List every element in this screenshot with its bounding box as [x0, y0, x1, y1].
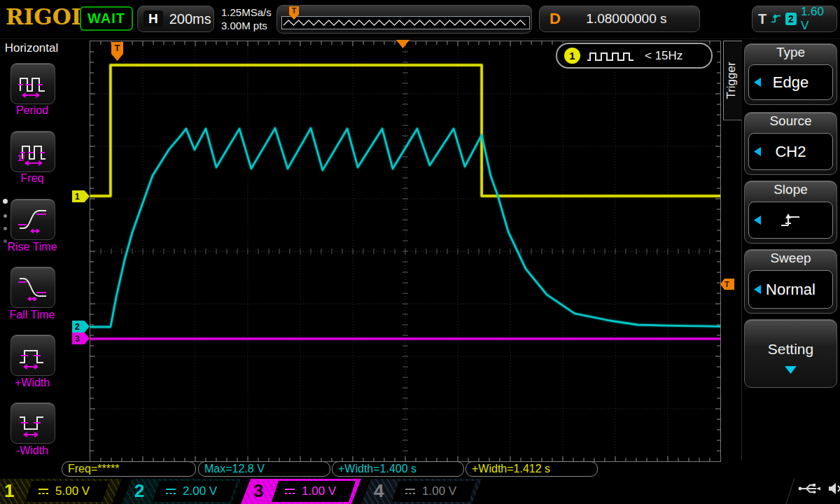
trigger-label: T — [758, 11, 766, 27]
speaker-muted-icon — [827, 482, 840, 496]
trigger-frequency-badge: 1 < 15Hz — [556, 43, 713, 69]
channel3-position-marker[interactable]: 3 — [72, 332, 90, 344]
menu-button-neg-width[interactable] — [10, 402, 55, 444]
status-bar-divider — [785, 478, 795, 504]
menu-button-pos-width[interactable] — [10, 335, 55, 376]
trigger-type-group[interactable]: Type Edge — [744, 43, 837, 105]
trigger-level-marker-icon[interactable]: T — [720, 279, 734, 290]
top-bar: RIGOL WAIT H 200ms 1.25MSa/s 3.00M pts T… — [0, 0, 840, 39]
delay-readout: D 1.08000000 s — [539, 6, 700, 32]
down-arrow-icon — [785, 366, 797, 374]
menu-button-freq-label: Freq — [0, 172, 64, 185]
menu-page-dot — [4, 227, 7, 230]
channel1-position-marker[interactable]: 1 — [72, 190, 90, 202]
waveform-traces — [90, 41, 720, 461]
trigger-level-value: 1.60 V — [801, 5, 831, 33]
trigger-menu-tab: Trigger — [723, 41, 742, 120]
menu-button-period[interactable] — [10, 63, 55, 104]
badge-channel-number: 1 — [564, 48, 580, 64]
trigger-type-header: Type — [745, 44, 836, 64]
overview-window — [281, 16, 530, 29]
channel1-number: 1 — [4, 480, 14, 501]
overview-trigger-pin-label: T — [292, 6, 297, 15]
menu-page-dot — [4, 239, 7, 243]
freq-icon: 1/ — [17, 137, 49, 167]
channel2-position-marker[interactable]: 2 — [72, 321, 90, 332]
channel2-marker-label: 2 — [75, 322, 80, 332]
trigger-setting-button[interactable]: Setting — [744, 319, 837, 388]
timebase-label: H — [144, 10, 163, 27]
measurement-pwidth-ch2: +Width=1.400 s — [332, 461, 464, 477]
left-arrow-icon — [754, 285, 761, 294]
left-arrow-icon — [754, 147, 761, 156]
channel1-status-block[interactable]: 1 5.00 V — [0, 479, 122, 504]
oscilloscope-screen: RIGOL WAIT H 200ms 1.25MSa/s 3.00M pts T… — [0, 0, 840, 504]
channel4-scale: 1.00 V — [422, 484, 456, 498]
menu-button-pos-width-label: +Width — [0, 377, 64, 389]
brand-logo: RIGOL — [6, 4, 87, 29]
measurement-freq: Freq=***** — [62, 461, 196, 477]
measurement-max: Max=12.8 V — [198, 461, 330, 477]
trigger-sweep-group[interactable]: Sweep Normal — [744, 249, 837, 314]
channel3-scale: 1.00 V — [302, 484, 336, 498]
channel3-status-block-selected[interactable]: 3 1.00 V — [241, 479, 361, 504]
left-arrow-icon — [754, 216, 761, 225]
trigger-sweep-value: Normal — [766, 281, 816, 299]
usb-icon — [798, 482, 820, 495]
run-status-badge: WAIT — [80, 6, 133, 31]
trigger-type-value-box: Edge — [748, 64, 833, 100]
channel1-scale: 5.00 V — [55, 484, 90, 498]
timebase-value: 200ms — [169, 11, 211, 27]
trigger-source-group[interactable]: Source CH2 — [744, 112, 837, 175]
sample-rate: 1.25MSa/s — [221, 6, 272, 19]
waveform-overview-strip[interactable]: T — [276, 5, 532, 34]
overview-waveform — [282, 17, 528, 27]
menu-button-period-label: Period — [0, 104, 64, 117]
period-icon — [17, 69, 49, 99]
channel4-status-block[interactable]: 4 1.00 V — [361, 479, 482, 504]
menu-button-fall-time[interactable] — [10, 267, 55, 308]
channel2-scale: 2.00 V — [183, 484, 217, 498]
channel3-scale-box: 1.00 V — [272, 481, 356, 502]
svg-text:1/: 1/ — [18, 153, 25, 163]
trigger-source-value-box: CH2 — [748, 133, 833, 170]
memory-depth: 3.00M pts — [221, 19, 272, 32]
channel2-status-block[interactable]: 2 2.00 V — [122, 479, 241, 504]
timebase-readout: H 200ms — [137, 6, 214, 32]
dc-coupling-icon — [405, 487, 416, 496]
channel2-number: 2 — [134, 480, 144, 501]
rise-time-icon — [17, 205, 49, 234]
rising-edge-icon — [779, 212, 803, 229]
channel4-scale-box: 1.00 V — [392, 481, 476, 502]
channel3-marker-label: 3 — [75, 334, 80, 344]
trigger-sweep-value-box: Normal — [748, 270, 833, 309]
channel1-scale-box: 5.00 V — [25, 481, 109, 502]
trigger-source-header: Source — [745, 113, 836, 132]
square-wave-icon — [586, 49, 639, 63]
acquisition-readout: 1.25MSa/s 3.00M pts — [221, 6, 272, 32]
left-arrow-icon — [754, 78, 761, 87]
trigger-slope-group[interactable]: Slope — [744, 181, 837, 244]
dc-coupling-icon — [165, 487, 176, 496]
channel4-number: 4 — [374, 480, 384, 501]
badge-frequency-text: < 15Hz — [645, 49, 682, 63]
dc-coupling-icon — [284, 487, 295, 496]
measurement-pwidth-ch1: +Width=1.412 s — [465, 461, 598, 477]
trigger-sweep-header: Sweep — [745, 250, 836, 270]
menu-button-rise-time[interactable] — [10, 199, 55, 240]
delay-value: 1.08000000 s — [561, 11, 699, 27]
menu-button-freq[interactable]: 1/ — [10, 131, 55, 172]
neg-width-icon — [17, 409, 49, 438]
channel2-scale-box: 2.00 V — [153, 481, 237, 502]
trigger-source-value: CH2 — [775, 143, 806, 161]
rising-edge-icon — [771, 13, 781, 25]
delay-label: D — [550, 10, 561, 28]
left-menu-title: Horizontal — [0, 41, 63, 55]
trigger-menu-tab-label: Trigger — [724, 41, 741, 120]
menu-page-dot-active — [3, 199, 8, 204]
menu-page-dot — [4, 214, 7, 218]
channel1-marker-label: 1 — [75, 192, 80, 202]
trigger-slope-header: Slope — [745, 181, 836, 201]
menu-button-rise-time-label: Rise Time — [0, 241, 64, 253]
trigger-setting-label: Setting — [745, 341, 836, 358]
